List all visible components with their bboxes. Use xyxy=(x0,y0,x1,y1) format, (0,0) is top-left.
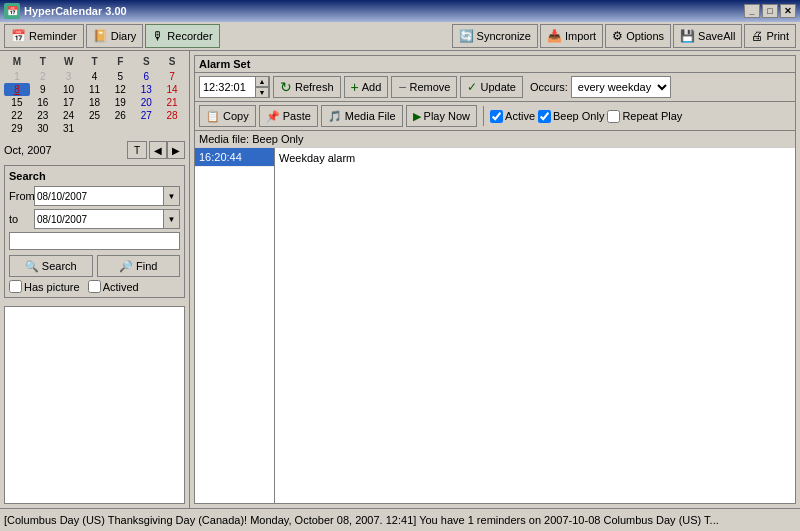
checkbox-row: Has picture Actived xyxy=(9,280,180,293)
cal-day[interactable]: 15 xyxy=(4,96,30,109)
options-icon xyxy=(612,29,623,43)
notes-list[interactable] xyxy=(4,306,185,504)
cal-day[interactable]: 12 xyxy=(107,83,133,96)
cal-day[interactable]: 10 xyxy=(56,83,82,96)
cal-day[interactable]: 23 xyxy=(30,109,56,122)
refresh-button[interactable]: Refresh xyxy=(273,76,341,98)
cal-day[interactable]: 24 xyxy=(56,109,82,122)
remove-button[interactable]: Remove xyxy=(391,76,457,98)
alarm-toolbar-2: Copy Paste Media File Play Now Acti xyxy=(195,102,795,131)
cal-day[interactable]: 26 xyxy=(107,109,133,122)
cal-day[interactable]: 28 xyxy=(159,109,185,122)
add-button[interactable]: Add xyxy=(344,76,389,98)
play-now-button[interactable]: Play Now xyxy=(406,105,477,127)
cal-day[interactable]: 30 xyxy=(30,122,56,135)
diary-icon xyxy=(93,29,108,43)
status-text: [Columbus Day (US) Thanksgiving Day (Can… xyxy=(4,514,719,526)
occurs-select[interactable]: every weekday every day once every week … xyxy=(571,76,671,98)
alarm-note-area: Weekday alarm xyxy=(275,148,795,503)
cal-day[interactable]: 6 xyxy=(133,70,159,83)
cal-day[interactable]: 21 xyxy=(159,96,185,109)
reminder-button[interactable]: Reminder xyxy=(4,24,84,48)
options-button[interactable]: Options xyxy=(605,24,671,48)
print-icon xyxy=(751,29,763,43)
remove-icon xyxy=(398,79,406,95)
cal-day[interactable]: 17 xyxy=(56,96,82,109)
cal-day-selected[interactable]: 8 xyxy=(4,83,30,96)
cal-day[interactable]: 16 xyxy=(30,96,56,109)
search-text-input[interactable] xyxy=(9,232,180,250)
alarm-set-title: Alarm Set xyxy=(195,56,795,73)
time-spin-up[interactable]: ▲ xyxy=(255,76,269,87)
cal-day[interactable]: 1 xyxy=(4,70,30,83)
copy-button[interactable]: Copy xyxy=(199,105,256,127)
beep-only-checkbox[interactable] xyxy=(538,110,551,123)
beep-only-checkbox-label[interactable]: Beep Only xyxy=(538,110,604,123)
saveall-button[interactable]: SaveAll xyxy=(673,24,742,48)
from-date-combo[interactable]: 08/10/2007 ▼ xyxy=(34,186,180,206)
cal-day[interactable]: 22 xyxy=(4,109,30,122)
month-year-label: Oct, 2007 xyxy=(4,144,127,156)
alarm-list[interactable]: 16:20:44 xyxy=(195,148,275,503)
cal-day[interactable]: 19 xyxy=(107,96,133,109)
has-picture-label[interactable]: Has picture xyxy=(9,280,80,293)
cal-day[interactable]: 20 xyxy=(133,96,159,109)
import-button[interactable]: Import xyxy=(540,24,603,48)
cal-day[interactable]: 2 xyxy=(30,70,56,83)
import-icon xyxy=(547,29,562,43)
alarm-note-text: Weekday alarm xyxy=(279,152,355,164)
maximize-button[interactable]: □ xyxy=(762,4,778,18)
to-date-dropdown[interactable]: ▼ xyxy=(163,210,179,228)
actived-checkbox[interactable] xyxy=(88,280,101,293)
active-checkbox[interactable] xyxy=(490,110,503,123)
print-button[interactable]: Print xyxy=(744,24,796,48)
alarm-list-item[interactable]: 16:20:44 xyxy=(195,148,274,167)
cal-day xyxy=(82,122,108,135)
repeat-play-checkbox-label[interactable]: Repeat Play xyxy=(607,110,682,123)
update-button[interactable]: Update xyxy=(460,76,522,98)
cal-day[interactable]: 27 xyxy=(133,109,159,122)
paste-button[interactable]: Paste xyxy=(259,105,318,127)
cal-day[interactable]: 7 xyxy=(159,70,185,83)
prev-month-button[interactable]: ◀ xyxy=(149,141,167,159)
title-bar: 📅 HyperCalendar 3.00 _ □ ✕ xyxy=(0,0,800,22)
search-buttons: Search Find xyxy=(9,255,180,277)
cal-day[interactable]: 25 xyxy=(82,109,108,122)
next-month-button[interactable]: ▶ xyxy=(167,141,185,159)
time-input-value[interactable]: 12:32:01 xyxy=(200,81,255,93)
cal-day xyxy=(159,122,185,135)
diary-button[interactable]: Diary xyxy=(86,24,144,48)
recorder-button[interactable]: Recorder xyxy=(145,24,219,48)
cal-day[interactable]: 5 xyxy=(107,70,133,83)
cal-day[interactable]: 14 xyxy=(159,83,185,96)
time-spin-down[interactable]: ▼ xyxy=(255,87,269,98)
main-layout: M T W T F S S 1 2 3 4 5 6 7 8 9 10 xyxy=(0,51,800,508)
cal-day[interactable]: 31 xyxy=(56,122,82,135)
cal-day[interactable]: 4 xyxy=(82,70,108,83)
cal-day[interactable]: 9 xyxy=(30,83,56,96)
search-button[interactable]: Search xyxy=(9,255,93,277)
media-file-button[interactable]: Media File xyxy=(321,105,403,127)
main-toolbar: Reminder Diary Recorder Syncronize Impor… xyxy=(0,22,800,51)
app-title: HyperCalendar 3.00 xyxy=(24,5,744,17)
cal-day[interactable]: 13 xyxy=(133,83,159,96)
close-button[interactable]: ✕ xyxy=(780,4,796,18)
from-date-dropdown[interactable]: ▼ xyxy=(163,187,179,205)
cal-day[interactable]: 18 xyxy=(82,96,108,109)
to-date-combo[interactable]: 08/10/2007 ▼ xyxy=(34,209,180,229)
actived-label[interactable]: Actived xyxy=(88,280,139,293)
cal-day[interactable]: 29 xyxy=(4,122,30,135)
search-icon xyxy=(25,260,39,273)
media-icon xyxy=(328,110,342,123)
find-button[interactable]: Find xyxy=(97,255,181,277)
cal-day[interactable]: 3 xyxy=(56,70,82,83)
repeat-play-checkbox[interactable] xyxy=(607,110,620,123)
sync-icon xyxy=(459,29,474,43)
cal-day xyxy=(107,122,133,135)
minimize-button[interactable]: _ xyxy=(744,4,760,18)
sync-button[interactable]: Syncronize xyxy=(452,24,538,48)
today-button[interactable]: T xyxy=(127,141,147,159)
cal-day[interactable]: 11 xyxy=(82,83,108,96)
active-checkbox-label[interactable]: Active xyxy=(490,110,535,123)
has-picture-checkbox[interactable] xyxy=(9,280,22,293)
